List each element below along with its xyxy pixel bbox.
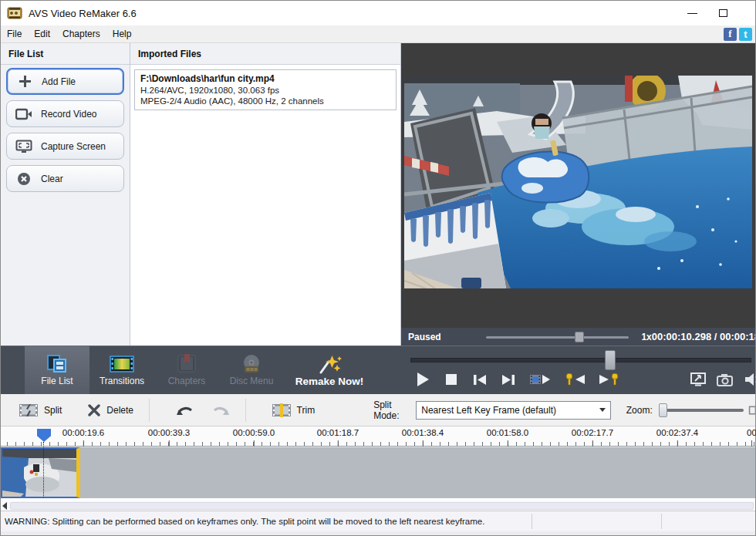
timeline-ruler[interactable]: 00:00:19.6 00:00:39.3 00:00:59.0 00:01:1…	[1, 426, 755, 447]
seek-bar[interactable]	[410, 350, 751, 370]
video-preview[interactable]: Paused 1x 00:00:10.298 / 00:00:18	[401, 43, 755, 346]
tab-file-list[interactable]: File List	[25, 346, 89, 394]
edit-toolbar: Split Delete Trim	[1, 394, 755, 426]
menu-help[interactable]: Help	[106, 26, 138, 42]
seek-bar-handle[interactable]	[605, 350, 616, 370]
scrollbar-track[interactable]	[10, 502, 754, 510]
volume-button[interactable]	[744, 371, 756, 388]
stop-button[interactable]	[443, 371, 460, 388]
speed-slider-track[interactable]	[486, 336, 629, 339]
clear-x-icon	[7, 172, 41, 186]
fullscreen-button[interactable]	[690, 371, 707, 388]
record-video-icon	[7, 108, 41, 120]
zoom-slider[interactable]	[659, 403, 744, 417]
transport-controls	[379, 369, 755, 389]
split-icon	[19, 403, 38, 417]
speed-slider-handle[interactable]	[575, 332, 584, 342]
timeline-track[interactable]	[1, 447, 755, 498]
mode-tabs: File List Transitions Chapters	[1, 346, 379, 394]
tab-disc-menu[interactable]: Disc Menu	[219, 346, 284, 394]
clipped-toolbar-icon	[748, 404, 755, 416]
disc-menu-tab-icon	[240, 354, 263, 374]
timeline[interactable]: 00:00:19.6 00:00:39.3 00:00:59.0 00:01:1…	[1, 426, 755, 498]
file-path: F:\Downloads\har\fun city.mp4	[140, 73, 390, 85]
next-scene-icon	[530, 373, 550, 386]
previous-keyframe-button[interactable]	[563, 371, 586, 388]
playback-status-bar: Paused 1x 00:00:10.298 / 00:00:18	[401, 328, 755, 346]
delete-x-icon	[88, 404, 100, 416]
file-video-info: H.264/AVC, 1920x1080, 30.063 fps	[140, 85, 390, 96]
tab-transitions[interactable]: Transitions	[89, 346, 154, 394]
volume-icon	[744, 373, 756, 386]
previous-frame-button[interactable]	[471, 371, 488, 388]
magic-wand-icon	[316, 354, 343, 374]
ruler-label: 00:00:39.3	[148, 428, 190, 437]
facebook-icon[interactable]: f	[724, 28, 737, 41]
app-window: AVS Video ReMaker 6.6 File Edit Chapters…	[0, 0, 756, 536]
clear-button[interactable]: Clear	[6, 165, 124, 192]
maximize-icon[interactable]	[719, 9, 727, 17]
statusbar: WARNING: Splitting can be performed base…	[1, 511, 755, 531]
record-video-button[interactable]: Record Video	[6, 100, 124, 127]
timeline-scrollbar	[1, 498, 755, 511]
timeline-clip[interactable]	[1, 447, 80, 498]
tab-chapters[interactable]: Chapters	[154, 346, 219, 394]
ruler-label: 00:02:37.4	[656, 428, 698, 437]
file-list-tab-icon	[45, 354, 69, 374]
titlebar: AVS Video ReMaker 6.6	[1, 1, 755, 25]
imported-file-item[interactable]: F:\Downloads\har\fun city.mp4 H.264/AVC,…	[134, 69, 397, 110]
split-button[interactable]: Split	[12, 399, 69, 422]
zoom-slider-track[interactable]	[659, 409, 744, 412]
ruler-label: 00	[747, 428, 756, 437]
file-audio-info: MPEG-2/4 Audio (AAC), 48000 Hz, 2 channe…	[140, 96, 390, 106]
ruler-label: 00:00:19.6	[62, 428, 104, 437]
previous-keyframe-icon	[565, 373, 585, 386]
window-title: AVS Video ReMaker 6.6	[29, 8, 137, 19]
transport-area	[379, 346, 755, 394]
capture-screen-button[interactable]: Capture Screen	[6, 133, 124, 160]
trim-button[interactable]: Trim	[265, 399, 323, 422]
previous-frame-icon	[474, 375, 486, 385]
redo-button[interactable]	[204, 399, 238, 421]
menubar: File Edit Chapters Help f t	[1, 25, 755, 43]
remake-now-button[interactable]: Remake Now!	[284, 346, 375, 394]
play-icon	[416, 372, 430, 387]
undo-icon	[176, 404, 194, 416]
menu-edit[interactable]: Edit	[28, 26, 56, 42]
seek-bar-track[interactable]	[410, 358, 751, 362]
next-scene-button[interactable]	[528, 371, 552, 388]
menu-file[interactable]: File	[1, 26, 28, 42]
undo-button[interactable]	[168, 399, 202, 421]
minimize-icon[interactable]	[687, 13, 697, 14]
video-frame	[404, 76, 752, 288]
zoom-slider-handle[interactable]	[659, 403, 667, 417]
twitter-icon[interactable]: t	[739, 28, 752, 41]
split-mode-label: Split Mode:	[373, 399, 410, 421]
imported-files-panel: Imported Files F:\Downloads\har\fun city…	[130, 43, 401, 346]
redo-icon	[211, 404, 230, 416]
add-file-button[interactable]: Add File	[6, 68, 124, 95]
ruler-label: 00:00:59.0	[233, 428, 275, 437]
ruler-label: 00:01:18.7	[317, 428, 359, 437]
speed-value: 1x	[641, 332, 651, 342]
stop-icon	[446, 374, 457, 385]
clip-thumbnail	[2, 449, 76, 497]
add-plus-icon	[8, 75, 42, 88]
ruler-label: 00:01:38.4	[402, 428, 444, 437]
fullscreen-icon	[690, 373, 706, 386]
snapshot-button[interactable]	[716, 371, 733, 388]
speed-slider[interactable]	[486, 332, 629, 342]
mode-transport-bar: File List Transitions Chapters	[1, 346, 755, 394]
next-keyframe-button[interactable]	[598, 371, 621, 388]
scroll-left-arrow-icon[interactable]	[2, 502, 7, 510]
next-frame-icon	[502, 375, 515, 385]
split-mode-select[interactable]: Nearest Left Key Frame (default)	[416, 401, 611, 420]
play-button[interactable]	[414, 371, 431, 388]
trim-icon	[272, 403, 291, 417]
delete-button[interactable]: Delete	[80, 399, 141, 421]
next-frame-button[interactable]	[500, 371, 517, 388]
window-bottom-edge	[1, 531, 755, 535]
ruler-label: 00:01:58.0	[487, 428, 528, 437]
menu-chapters[interactable]: Chapters	[56, 26, 106, 42]
file-list-panel: File List Add File Record Video Capture …	[1, 43, 130, 346]
